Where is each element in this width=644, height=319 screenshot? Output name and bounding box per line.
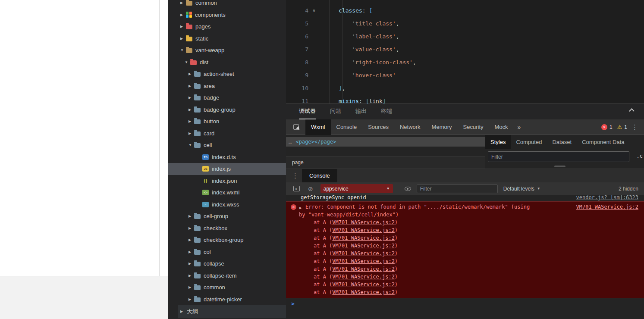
devtools-tab-sources[interactable]: Sources — [362, 119, 394, 135]
devtools-tab-console[interactable]: Console — [331, 119, 363, 135]
tree-item-action-sheet[interactable]: ▶action-sheet — [168, 68, 286, 80]
dom-node-row[interactable]: … <page></page> — [286, 137, 485, 147]
tree-item-static[interactable]: ▶static — [168, 33, 286, 45]
hidden-messages-count[interactable]: 2 hidden — [619, 186, 638, 192]
chevron-right-icon[interactable]: ▶ — [188, 238, 194, 242]
styles-tab-component-data[interactable]: Component Data — [577, 135, 629, 149]
devtools-tab-memory[interactable]: Memory — [426, 119, 458, 135]
tree-item-collapse-item[interactable]: ▶collapse-item — [168, 270, 286, 282]
stack-source-link[interactable]: VM701 WAService.js:2 — [332, 219, 395, 225]
chevron-right-icon[interactable]: ▶ — [180, 1, 186, 5]
collapse-panel-button[interactable] — [630, 109, 634, 113]
console-prompt[interactable]: > — [286, 298, 644, 309]
chevron-right-icon[interactable]: ▶ — [188, 274, 194, 278]
chevron-right-icon[interactable]: ▶ — [188, 285, 194, 289]
devtools-tab-wxml[interactable]: Wxml — [305, 119, 331, 135]
js-context-dropdown[interactable]: appservice ▼ — [320, 184, 393, 193]
more-options-icon[interactable]: ⋮ — [627, 123, 644, 131]
warning-badge-icon[interactable]: ⚠ — [617, 124, 622, 130]
chevron-down-icon[interactable]: ▼ — [188, 143, 194, 147]
chevron-right-icon[interactable]: ▶ — [188, 262, 194, 266]
tree-item-area[interactable]: ▶area — [168, 80, 286, 92]
tree-item-badge-group[interactable]: ▶badge-group — [168, 104, 286, 116]
stack-source-link[interactable]: VM701 WAService.js:2 — [332, 266, 395, 272]
tree-item-index-wxss[interactable]: ≈index.wxss — [168, 199, 286, 211]
stack-source-link[interactable]: VM701 WAService.js:2 — [332, 235, 395, 241]
panel-tab-output[interactable]: 输出 — [355, 104, 367, 119]
log-levels-dropdown[interactable]: Default levels ▼ — [503, 186, 540, 192]
panel-tab-terminal[interactable]: 终端 — [381, 104, 392, 119]
expand-arrow-icon[interactable]: ▶ — [299, 204, 302, 212]
chevron-right-icon[interactable]: ▶ — [188, 226, 194, 230]
scrollbar-thumb[interactable] — [554, 166, 565, 167]
chevron-right-icon[interactable]: ▶ — [188, 214, 194, 218]
breadcrumb-item[interactable]: page — [292, 160, 304, 166]
chevron-right-icon[interactable]: ▶ — [188, 119, 194, 123]
console-filter-input[interactable] — [417, 185, 498, 193]
more-tabs-button[interactable]: » — [514, 119, 525, 135]
tree-item-index-wxml[interactable]: <>index.wxml — [168, 187, 286, 199]
stack-source-link[interactable]: VM701 WAService.js:2 — [332, 289, 395, 295]
tree-item-badge[interactable]: ▶badge — [168, 92, 286, 104]
stack-source-link[interactable]: VM701 WAService.js:2 — [332, 274, 395, 280]
chevron-right-icon[interactable]: ▶ — [188, 250, 194, 254]
chevron-down-icon[interactable]: ▼ — [180, 48, 186, 52]
tree-item-checkbox-group[interactable]: ▶checkbox-group — [168, 234, 286, 246]
chevron-down-icon[interactable]: ▼ — [185, 60, 190, 64]
stack-source-link[interactable]: VM701 WAService.js:2 — [332, 227, 395, 233]
tree-item-common[interactable]: ▶common — [168, 0, 286, 9]
tree-item-common[interactable]: ▶common — [168, 281, 286, 294]
tree-item-button[interactable]: ▶button — [168, 116, 286, 128]
chevron-right-icon[interactable]: ▶ — [180, 37, 186, 41]
tree-item-cell[interactable]: ▼cell — [168, 139, 286, 151]
code-editor[interactable]: 4∨classes: [5'title-class',6'label-class… — [286, 0, 644, 103]
outline-section[interactable]: ▶ 大纲 — [178, 305, 286, 318]
devtools-tab-mock[interactable]: Mock — [489, 119, 514, 135]
console-sidebar-icon[interactable]: ▶ — [293, 186, 300, 191]
chevron-right-icon[interactable]: ▶ — [180, 25, 186, 28]
stack-source-link[interactable]: VM701 WAService.js:2 — [332, 243, 395, 249]
tree-item-card[interactable]: ▶card — [168, 128, 286, 140]
tree-item-dist[interactable]: ▼dist — [168, 56, 286, 69]
fold-chevron-icon[interactable]: ∨ — [313, 4, 315, 17]
stack-source-link[interactable]: VM701 WAService.js:2 — [332, 281, 395, 288]
console-drawer-tab[interactable]: Console — [302, 169, 337, 183]
devtools-tab-network[interactable]: Network — [394, 119, 426, 135]
styles-tab-styles[interactable]: Styles — [485, 135, 511, 149]
devtools-tab-security[interactable]: Security — [458, 119, 489, 135]
tree-item-index-d-ts[interactable]: TSindex.d.ts — [168, 151, 286, 163]
tree-item-pages[interactable]: ▶pages — [168, 21, 286, 33]
simulator-scrollbar[interactable] — [159, 0, 160, 276]
stack-source-link[interactable]: VM701 WAService.js:2 — [332, 258, 395, 264]
chevron-right-icon[interactable]: ▶ — [188, 131, 194, 135]
live-expression-eye-icon[interactable] — [405, 187, 411, 191]
tree-item-col[interactable]: ▶col — [168, 246, 286, 258]
tree-item-datetime-picker[interactable]: ▶datetime-picker — [168, 294, 286, 306]
tree-item-index-js[interactable]: JSindex.js — [168, 163, 286, 175]
tree-item-vant-weapp[interactable]: ▼vant-weapp — [168, 44, 286, 56]
clear-console-icon[interactable]: ⊘ — [308, 186, 313, 192]
error-source-link[interactable]: VM701 WAService.js:2 — [576, 203, 639, 211]
panel-tab-debugger[interactable]: 调试器 — [299, 104, 316, 119]
chevron-right-icon[interactable]: ▶ — [188, 84, 194, 88]
warning-count[interactable]: 1 — [624, 124, 627, 130]
panel-tab-problems[interactable]: 问题 — [330, 104, 341, 119]
inspect-element-icon[interactable] — [293, 124, 299, 130]
tree-item-collapse[interactable]: ▶collapse — [168, 258, 286, 270]
stack-source-link[interactable]: VM701 WAService.js:2 — [332, 250, 395, 256]
chevron-right-icon[interactable]: ▶ — [188, 108, 194, 112]
source-link[interactable]: vendor.js? [sm]:6323 — [576, 195, 639, 200]
tree-item-checkbox[interactable]: ▶checkbox — [168, 222, 286, 235]
tree-item-components[interactable]: ▶components — [168, 9, 286, 21]
styles-tab-computed[interactable]: Computed — [511, 135, 547, 149]
chevron-right-icon[interactable]: ▶ — [188, 96, 194, 100]
drawer-menu-icon[interactable]: ⋮ — [286, 172, 302, 180]
chevron-right-icon[interactable]: ▶ — [188, 72, 194, 76]
styles-tab-dataset[interactable]: Dataset — [547, 135, 577, 149]
tree-item-cell-group[interactable]: ▶cell-group — [168, 210, 286, 222]
tree-item-index-json[interactable]: {}index.json — [168, 175, 286, 187]
styles-filter-input[interactable] — [488, 151, 629, 162]
error-badge-icon[interactable]: × — [601, 124, 607, 130]
chevron-right-icon[interactable]: ▶ — [180, 13, 186, 17]
error-count[interactable]: 1 — [609, 124, 613, 130]
